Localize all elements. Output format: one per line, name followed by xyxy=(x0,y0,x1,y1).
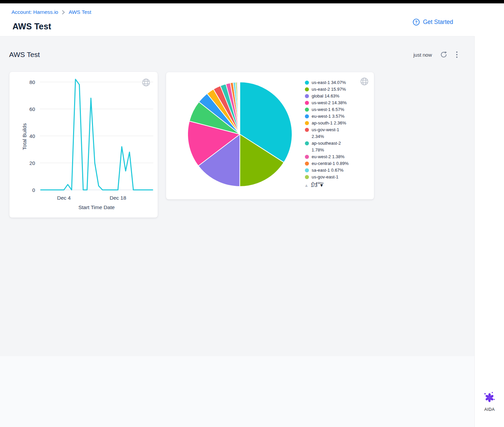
legend-label: us-east-1 34.07% xyxy=(312,79,355,86)
legend-item-us-east-2[interactable]: us-east-2 15.97% xyxy=(305,86,362,93)
legend-label: us-east-2 15.97% xyxy=(312,86,355,93)
legend-label: eu-west-2 1.38% xyxy=(312,153,355,160)
svg-text:80: 80 xyxy=(29,79,35,85)
breadcrumb: Account: Harness.io AWS Test xyxy=(11,9,91,15)
legend-label: us-west-1 6.57% xyxy=(312,106,355,113)
page-lower-background xyxy=(0,356,474,427)
top-black-bar xyxy=(0,0,504,3)
dashboard-canvas: AWS Test just now 020406080To xyxy=(0,36,474,357)
chevron-right-icon xyxy=(62,10,65,15)
legend-dot xyxy=(305,121,309,125)
legend-dot xyxy=(305,81,309,85)
legend-item-us-gov-west-1[interactable]: us-gov-west-12.34% xyxy=(305,126,362,140)
page-up-arrow[interactable]: ▲ xyxy=(304,183,309,188)
total-builds-chart-card: 020406080Total BuildsDec 4Dec 18Start Ti… xyxy=(9,72,158,218)
pie-slice[interactable] xyxy=(240,82,240,134)
legend-dot xyxy=(305,162,309,166)
region-pie-chart-card: us-east-1 34.07%us-east-2 15.97%global 1… xyxy=(166,72,374,199)
legend-dot xyxy=(305,114,309,118)
breadcrumb-page-link[interactable]: AWS Test xyxy=(69,9,91,15)
legend-item-eu-west-2[interactable]: eu-west-2 1.38% xyxy=(305,153,362,160)
legend-item-ap-southeast-2[interactable]: ap-southeast-21.78% xyxy=(305,140,362,153)
total-builds-line-chart[interactable]: 020406080Total BuildsDec 4Dec 18Start Ti… xyxy=(9,72,158,218)
legend-dot xyxy=(305,128,309,132)
legend-dot xyxy=(305,108,309,112)
svg-text:Dec 4: Dec 4 xyxy=(57,195,71,201)
aida-label: AIDA xyxy=(475,407,504,412)
legend-label: us-west-2 14.38% xyxy=(312,99,355,106)
legend-dot xyxy=(305,168,309,172)
legend-item-sa-east-1[interactable]: sa-east-1 0.67% xyxy=(305,167,362,174)
legend-label: sa-east-1 0.67% xyxy=(312,167,355,174)
legend-item-eu-central-1[interactable]: eu-central-1 0.89% xyxy=(305,160,362,167)
svg-text:60: 60 xyxy=(29,106,35,112)
legend-label: global 14.63% xyxy=(312,93,355,99)
legend-item-ap-south-1[interactable]: ap-south-1 2.36% xyxy=(305,120,362,126)
dashboard-title: AWS Test xyxy=(9,51,40,59)
legend-item-global[interactable]: global 14.63% xyxy=(305,93,362,99)
legend-page-indicator: 1/3 xyxy=(311,182,317,188)
aida-icon xyxy=(483,391,496,405)
get-started-label: Get Started xyxy=(423,19,453,26)
legend-label: eu-central-1 0.89% xyxy=(312,160,355,167)
pie-legend: us-east-1 34.07%us-east-2 15.97%global 1… xyxy=(305,79,362,184)
legend-label: ap-south-1 2.36% xyxy=(312,120,355,126)
legend-item-us-west-2[interactable]: us-west-2 14.38% xyxy=(305,99,362,106)
svg-text:Start Time Date: Start Time Date xyxy=(78,204,115,210)
breadcrumb-account-link[interactable]: Account: Harness.io xyxy=(11,9,58,15)
svg-text:40: 40 xyxy=(29,133,35,139)
page-header: Account: Harness.io AWS Test AWS Test ? … xyxy=(0,3,504,36)
legend-label: eu-west-1 3.57% xyxy=(312,113,355,120)
legend-item-us-west-1[interactable]: us-west-1 6.57% xyxy=(305,106,362,113)
dashboard-actions: just now xyxy=(413,51,458,59)
legend-dot xyxy=(305,101,309,105)
page-title: AWS Test xyxy=(12,22,51,31)
legend-label: us-gov-west-12.34% xyxy=(312,126,355,140)
legend-dot xyxy=(305,94,309,98)
aida-widget[interactable]: AIDA xyxy=(475,391,504,412)
legend-dot xyxy=(305,175,309,179)
right-rail: AIDA xyxy=(474,36,504,427)
page-down-arrow[interactable]: ▼ xyxy=(319,183,324,188)
question-circle-icon: ? xyxy=(412,18,420,26)
svg-text:0: 0 xyxy=(32,187,35,193)
svg-text:20: 20 xyxy=(29,160,35,166)
svg-text:Total Builds: Total Builds xyxy=(22,123,27,150)
legend-dot xyxy=(305,155,309,159)
legend-item-us-east-1[interactable]: us-east-1 34.07% xyxy=(305,79,362,86)
get-started-link[interactable]: ? Get Started xyxy=(412,18,453,26)
svg-text:Dec 18: Dec 18 xyxy=(109,195,126,201)
refresh-icon[interactable] xyxy=(440,51,447,58)
legend-dot xyxy=(305,141,309,145)
legend-dot xyxy=(305,87,309,91)
legend-label: ap-southeast-21.78% xyxy=(312,140,355,153)
kebab-menu-icon[interactable] xyxy=(455,51,458,59)
svg-text:?: ? xyxy=(415,20,417,25)
refresh-timestamp: just now xyxy=(413,52,432,58)
legend-item-eu-west-1[interactable]: eu-west-1 3.57% xyxy=(305,113,362,120)
legend-pagination: ▲ 1/3 ▼ xyxy=(304,182,324,188)
